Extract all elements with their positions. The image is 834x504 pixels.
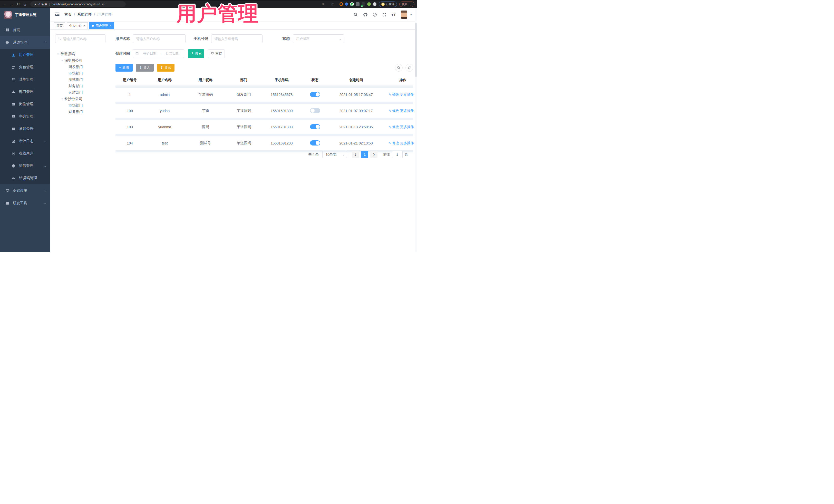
tree-node-测试部门[interactable]: 测试部门 bbox=[55, 76, 109, 83]
sidebar-item-用户管理[interactable]: 用户管理 bbox=[0, 49, 50, 61]
avatar-caret-icon[interactable]: ▼ bbox=[410, 13, 412, 16]
sidebar-item-在线用户[interactable]: 在线用户 bbox=[0, 147, 50, 160]
sidebar-item-审计日志[interactable]: 审计日志⌄ bbox=[0, 135, 50, 147]
page-size-select[interactable]: 10条/页 ⌄ bbox=[322, 151, 347, 158]
goto-page-input[interactable] bbox=[392, 151, 403, 158]
column-header: 手机号码 bbox=[262, 78, 302, 82]
mobile-label: 手机号码 bbox=[194, 37, 208, 41]
dept-search-input[interactable] bbox=[55, 35, 106, 43]
green-leaf-extension-icon[interactable] bbox=[367, 2, 371, 6]
refresh-table-button[interactable] bbox=[405, 64, 413, 72]
close-icon[interactable]: ✕ bbox=[109, 24, 111, 27]
url-text[interactable]: dashboard.yudao.iocoder.cn/system/user bbox=[52, 3, 106, 6]
more-actions-link[interactable]: 更多操作 ⌄ bbox=[400, 125, 417, 129]
edit-link[interactable]: ✎ 修改 bbox=[389, 141, 399, 145]
more-actions-link[interactable]: 更多操作 ⌄ bbox=[400, 109, 417, 113]
fullscreen-icon[interactable] bbox=[382, 13, 387, 17]
sidebar: 芋道管理系统 首页系统管理⌃用户管理角色管理菜单管理部门管理岗位管理字典管理通知… bbox=[0, 8, 50, 252]
status-select[interactable]: 用户状态 ⌄ bbox=[293, 35, 344, 43]
sidebar-item-错误码管理[interactable]: 错误码管理 bbox=[0, 172, 50, 184]
expand-arrow-icon[interactable]: ▼ bbox=[60, 98, 64, 100]
sidebar-item-岗位管理[interactable]: 岗位管理 bbox=[0, 98, 50, 110]
key-icon[interactable]: ⚿ bbox=[320, 3, 327, 6]
tree-node-研发部门[interactable]: 研发部门 bbox=[55, 64, 109, 70]
page-scrollbar[interactable] bbox=[415, 8, 417, 252]
add-button[interactable]: +新增 bbox=[115, 64, 133, 72]
breadcrumb-item[interactable]: 系统管理 bbox=[77, 12, 92, 17]
tree-node-市场部门[interactable]: 市场部门 bbox=[55, 70, 109, 76]
total-count: 共 4 条 bbox=[308, 152, 319, 157]
edit-link[interactable]: ✎ 修改 bbox=[389, 109, 399, 113]
tab-用户管理[interactable]: 用户管理✕ bbox=[89, 22, 114, 29]
reset-button[interactable]: 重置 bbox=[208, 49, 225, 58]
bookmark-star-icon[interactable]: ☆ bbox=[329, 2, 336, 6]
status-toggle[interactable] bbox=[310, 108, 320, 113]
security-label[interactable]: 不安全 bbox=[39, 2, 47, 6]
menu-dots-icon[interactable]: ⋮ bbox=[409, 2, 412, 6]
sidebar-item-首页[interactable]: 首页 bbox=[0, 24, 50, 36]
search-button[interactable]: 搜索 bbox=[188, 49, 204, 58]
tree-node-深圳总公司[interactable]: ▼深圳总公司 bbox=[55, 57, 109, 64]
grid-extension-icon[interactable] bbox=[356, 2, 359, 6]
sidebar-item-通知公告[interactable]: 通知公告 bbox=[0, 123, 50, 135]
export-button[interactable]: ↧导出 bbox=[157, 64, 175, 72]
date-range-picker[interactable]: 开始日期 - 结束日期 bbox=[133, 49, 184, 58]
prev-page-button[interactable]: ❮ bbox=[352, 151, 359, 158]
tree-node-财务部门[interactable]: 财务部门 bbox=[55, 109, 109, 115]
sidebar-item-字典管理[interactable]: 字典管理 bbox=[0, 110, 50, 123]
breadcrumb-item[interactable]: 首页 bbox=[64, 12, 72, 17]
collapse-sidebar-icon[interactable] bbox=[55, 12, 60, 18]
help-icon[interactable] bbox=[373, 13, 377, 17]
show-search-icon-button[interactable] bbox=[395, 64, 403, 72]
fontsize-icon[interactable]: тT bbox=[392, 13, 396, 17]
edit-link[interactable]: ✎ 修改 bbox=[389, 93, 399, 96]
back-icon[interactable]: ← bbox=[2, 2, 8, 6]
expand-arrow-icon[interactable]: ▼ bbox=[60, 59, 64, 62]
scrollbar-thumb[interactable] bbox=[415, 23, 417, 77]
current-page[interactable]: 1 bbox=[361, 151, 368, 158]
date-end-placeholder[interactable]: 结束日期 bbox=[163, 51, 182, 56]
reload-icon[interactable]: ↻ bbox=[15, 2, 22, 6]
address-bar[interactable]: ▲ 不安全 | dashboard.yudao.iocoder.cn/syste… bbox=[30, 1, 126, 7]
list-on-extension-icon[interactable]: on bbox=[361, 2, 365, 6]
app-logo[interactable]: 芋道管理系统 bbox=[0, 8, 50, 22]
puzzle-extension-icon[interactable] bbox=[373, 2, 376, 6]
edit-link[interactable]: ✎ 修改 bbox=[389, 125, 399, 129]
sidebar-item-菜单管理[interactable]: 菜单管理 bbox=[0, 73, 50, 86]
blue-gem-extension-icon[interactable] bbox=[345, 2, 349, 6]
tree-node-财务部门[interactable]: 财务部门 bbox=[55, 83, 109, 89]
home-icon[interactable]: ⌂ bbox=[22, 2, 28, 6]
mobile-input[interactable] bbox=[211, 35, 263, 43]
orange-ring-extension-icon[interactable] bbox=[339, 2, 343, 6]
more-actions-link[interactable]: 更多操作 ⌄ bbox=[400, 141, 417, 145]
tab-个人中心[interactable]: 个人中心✕ bbox=[67, 22, 88, 29]
profile-paused-badge[interactable]: 已暂停 bbox=[379, 2, 397, 7]
next-page-button[interactable]: ❯ bbox=[370, 151, 377, 158]
more-actions-link[interactable]: 更多操作 ⌄ bbox=[400, 93, 417, 96]
tree-node-长沙分公司[interactable]: ▼长沙分公司 bbox=[55, 96, 109, 102]
sidebar-item-研发工具[interactable]: 研发工具⌄ bbox=[0, 197, 50, 210]
tab-首页[interactable]: 首页 bbox=[54, 22, 65, 29]
username-input[interactable] bbox=[133, 35, 185, 43]
github-icon[interactable] bbox=[363, 13, 368, 17]
sidebar-item-部门管理[interactable]: 部门管理 bbox=[0, 86, 50, 98]
status-toggle[interactable] bbox=[310, 140, 320, 146]
close-icon[interactable]: ✕ bbox=[83, 24, 85, 27]
sidebar-item-基础设施[interactable]: 基础设施⌄ bbox=[0, 184, 50, 197]
import-button[interactable]: ↥导入 bbox=[136, 64, 154, 72]
date-start-placeholder[interactable]: 开始日期 bbox=[140, 51, 159, 56]
user-avatar[interactable] bbox=[401, 10, 407, 19]
search-icon[interactable] bbox=[354, 13, 358, 17]
update-button[interactable]: 更新 ⋮ bbox=[399, 2, 414, 7]
sidebar-item-角色管理[interactable]: 角色管理 bbox=[0, 61, 50, 73]
sidebar-item-系统管理[interactable]: 系统管理⌃ bbox=[0, 36, 50, 49]
tree-node-运维部门[interactable]: 运维部门 bbox=[55, 89, 109, 96]
tree-node-市场部门[interactable]: 市场部门 bbox=[55, 102, 109, 109]
green-y-extension-icon[interactable]: y bbox=[350, 2, 354, 6]
tree-node-芋道源码[interactable]: ▼芋道源码 bbox=[55, 51, 109, 57]
status-toggle[interactable] bbox=[310, 92, 320, 97]
forward-icon[interactable]: → bbox=[8, 2, 15, 6]
status-toggle[interactable] bbox=[310, 124, 320, 129]
expand-arrow-icon[interactable]: ▼ bbox=[56, 53, 60, 56]
sidebar-item-短信管理[interactable]: 短信管理⌄ bbox=[0, 160, 50, 172]
